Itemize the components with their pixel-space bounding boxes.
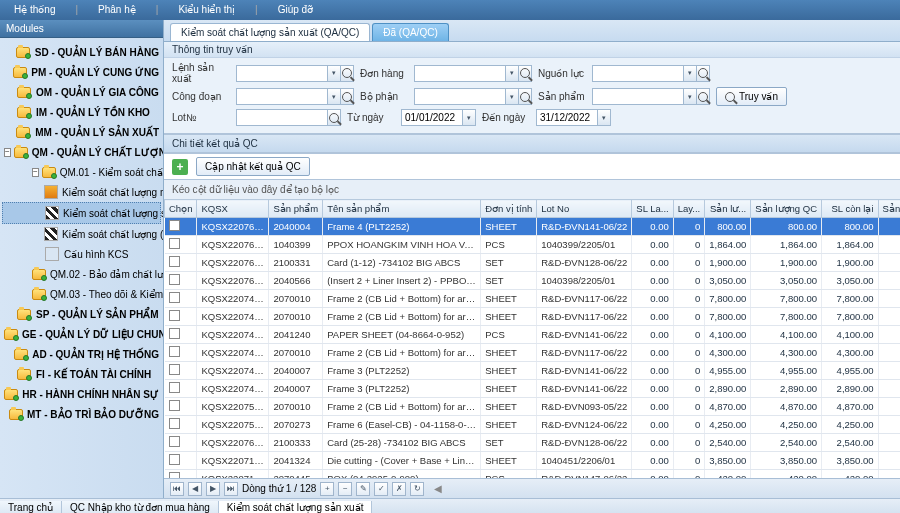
tab-qaqc[interactable]: Kiểm soát chất lượng sản xuất (QA/QC) (170, 23, 370, 41)
pg-edit[interactable]: ✎ (356, 482, 370, 496)
inp-to[interactable] (536, 109, 598, 126)
dd-bp[interactable]: ▾ (506, 88, 519, 105)
tree-node[interactable]: MM - QUẢN LÝ SẢN XUẤT (2, 122, 161, 142)
inp-lot[interactable] (236, 109, 328, 126)
row-checkbox[interactable] (169, 382, 180, 393)
row-checkbox[interactable] (169, 274, 180, 285)
inp-bp[interactable] (414, 88, 506, 105)
status-home[interactable]: Trang chủ (0, 501, 62, 514)
tree-node[interactable]: OM - QUẢN LÝ GIA CÔNG (2, 82, 161, 102)
lk-cd[interactable] (341, 88, 354, 105)
col-header[interactable]: Sản phẩm (269, 200, 323, 218)
table-row[interactable]: KQSX220765632100331Card (1-12) -734102 B… (165, 254, 901, 272)
col-header[interactable]: SL còn lại (822, 200, 879, 218)
dd-sp[interactable]: ▾ (684, 88, 697, 105)
tree-node[interactable]: AD - QUẢN TRỊ HỆ THỐNG (2, 344, 161, 364)
table-row[interactable]: KQSX220764912040004Frame 4 (PLT2252)SHEE… (165, 218, 901, 236)
lk-nl[interactable] (697, 65, 710, 82)
row-checkbox[interactable] (169, 346, 180, 357)
row-checkbox[interactable] (169, 400, 180, 411)
tree-node[interactable]: PM - QUẢN LÝ CUNG ỨNG (2, 62, 161, 82)
tree-node[interactable]: HR - HÀNH CHÍNH NHÂN SỰ (2, 384, 161, 404)
lk-dh[interactable] (519, 65, 532, 82)
row-checkbox[interactable] (169, 454, 180, 465)
menu-system[interactable]: Hệ thống (4, 0, 65, 20)
tree-node[interactable]: Kiểm soát chất lượng sản xuất (2, 202, 161, 224)
dd-from[interactable]: ▾ (463, 109, 476, 126)
pg-del[interactable]: − (338, 482, 352, 496)
tree-node[interactable]: SD - QUẢN LÝ BÁN HÀNG (2, 42, 161, 62)
inp-lsx[interactable] (236, 65, 328, 82)
tree-node[interactable]: GE - QUẢN LÝ DỮ LIỆU CHUNG (2, 324, 161, 344)
tree-node[interactable]: QM.02 - Bảo đảm chất lượng (2, 264, 161, 284)
row-checkbox[interactable] (169, 256, 180, 267)
table-row[interactable]: KQSX220745202070010Frame 2 (CB Lid + Bot… (165, 344, 901, 362)
inp-from[interactable] (401, 109, 463, 126)
col-header[interactable]: Sản lư... (705, 200, 751, 218)
data-grid[interactable]: ChọnKQSXSản phẩmTên sản phẩmĐơn vị tínhL… (164, 199, 900, 478)
pg-add[interactable]: + (320, 482, 334, 496)
table-row[interactable]: KQSX220765001040399PPOX HOANGKIM VINH HO… (165, 236, 901, 254)
menu-view[interactable]: Kiểu hiển thị (168, 0, 245, 20)
row-checkbox[interactable] (169, 292, 180, 303)
col-header[interactable]: Lay... (673, 200, 705, 218)
tree-node[interactable]: Kiểm soát chất lượng (KCS) (2, 224, 161, 244)
dd-nl[interactable]: ▾ (684, 65, 697, 82)
tree-node[interactable]: IM - QUẢN LÝ TỒN KHO (2, 102, 161, 122)
pg-refresh[interactable]: ↻ (410, 482, 424, 496)
expand-icon[interactable]: − (32, 168, 39, 177)
table-row[interactable]: KQSX220745382040007Frame 3 (PLT2252)SHEE… (165, 380, 901, 398)
lk-lsx[interactable] (341, 65, 354, 82)
table-row[interactable]: KQSX220745282040007Frame 3 (PLT2252)SHEE… (165, 362, 901, 380)
col-header[interactable]: Chọn (165, 200, 197, 218)
tree-node[interactable]: MT - BẢO TRÌ BẢO DƯỠNG (2, 404, 161, 424)
row-checkbox[interactable] (169, 238, 180, 249)
tree-node[interactable]: −QM.01 - Kiểm soát chất lượng (2, 162, 161, 182)
module-tree[interactable]: SD - QUẢN LÝ BÁN HÀNGPM - QUẢN LÝ CUNG Ứ… (0, 38, 163, 498)
lk-sp[interactable] (697, 88, 710, 105)
tree-node[interactable]: Cấu hình KCS (2, 244, 161, 264)
pg-cancel[interactable]: ✗ (392, 482, 406, 496)
col-header[interactable]: KQSX (197, 200, 269, 218)
inp-cd[interactable] (236, 88, 328, 105)
pg-ok[interactable]: ✓ (374, 482, 388, 496)
pg-last[interactable]: ⏭ (224, 482, 238, 496)
pg-prev[interactable]: ◀ (188, 482, 202, 496)
table-row[interactable]: KQSX220743692070010Frame 2 (CB Lid + Bot… (165, 290, 901, 308)
col-header[interactable]: Đơn vị tính (481, 200, 537, 218)
inp-nl[interactable] (592, 65, 684, 82)
group-drop-hint[interactable]: Kéo cột dữ liệu vào đây để tạo bộ lọc (164, 180, 900, 199)
lk-bp[interactable] (519, 88, 532, 105)
table-row[interactable]: KQSX220755102070010Frame 2 (CB Lid + Bot… (165, 398, 901, 416)
col-header[interactable]: Sản lượng đạt (878, 200, 900, 218)
row-checkbox[interactable] (169, 310, 180, 321)
table-row[interactable]: KQSX220712432041324Die cutting - (Cover … (165, 452, 901, 470)
table-row[interactable]: KQSX220712482070445BOX (04-2925-0-900)PC… (165, 470, 901, 479)
menu-help[interactable]: Giúp đỡ (268, 0, 323, 20)
inp-sp[interactable] (592, 88, 684, 105)
table-row[interactable]: KQSX220743702070010Frame 2 (CB Lid + Bot… (165, 308, 901, 326)
inp-dh[interactable] (414, 65, 506, 82)
row-checkbox[interactable] (169, 418, 180, 429)
status-qc-prod[interactable]: Kiểm soát chất lượng sản xuất (219, 501, 373, 514)
dd-to[interactable]: ▾ (598, 109, 611, 126)
row-checkbox[interactable] (169, 364, 180, 375)
tree-node[interactable]: FI - KẾ TOÁN TÀI CHÍNH (2, 364, 161, 384)
tree-node[interactable]: Kiểm soát chất lượng mua hàng (2, 182, 161, 202)
expand-icon[interactable]: − (4, 148, 11, 157)
add-icon[interactable]: + (172, 159, 188, 175)
table-row[interactable]: KQSX220762572100333Card (25-28) -734102 … (165, 434, 901, 452)
row-checkbox[interactable] (169, 436, 180, 447)
pg-next[interactable]: ▶ (206, 482, 220, 496)
pg-first[interactable]: ⏮ (170, 482, 184, 496)
dd-lsx[interactable]: ▾ (328, 65, 341, 82)
dd-cd[interactable]: ▾ (328, 88, 341, 105)
tree-node[interactable]: QM.03 - Theo dõi & Kiểm soát (2, 284, 161, 304)
menu-module[interactable]: Phân hệ (88, 0, 146, 20)
tab-done[interactable]: Đã (QA/QC) (372, 23, 448, 41)
col-header[interactable]: SL La... (632, 200, 673, 218)
btn-update-qc[interactable]: Cập nhật kết quả QC (196, 157, 310, 176)
tree-node[interactable]: SP - QUẢN LÝ SẢN PHẨM (2, 304, 161, 324)
lk-lot[interactable] (328, 109, 341, 126)
row-checkbox[interactable] (169, 328, 180, 339)
